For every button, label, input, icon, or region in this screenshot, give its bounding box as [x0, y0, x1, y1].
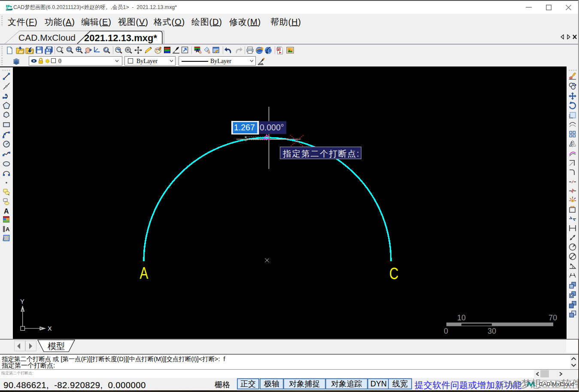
svg-text:0.000°: 0.000°: [260, 123, 284, 132]
svg-text:10: 10: [457, 314, 466, 322]
svg-text:-: -: [62, 48, 63, 52]
svg-text:模型: 模型: [48, 341, 65, 351]
svg-text:30: 30: [488, 327, 496, 335]
svg-text:C: C: [389, 264, 398, 282]
svg-text:CAD.MxCloud: CAD.MxCloud: [18, 33, 76, 42]
svg-text:1.267: 1.267: [234, 123, 255, 132]
svg-text:X: X: [48, 325, 52, 332]
svg-text:PDF: PDF: [277, 48, 283, 51]
svg-text:A: A: [139, 264, 148, 282]
svg-text:A: A: [6, 226, 10, 232]
svg-text:指定第二个打断点:: 指定第二个打断点:: [282, 149, 360, 158]
svg-text:0: 0: [444, 327, 448, 335]
svg-text:2021.12.13.mxg*: 2021.12.13.mxg*: [84, 33, 157, 43]
svg-text:70: 70: [549, 314, 557, 322]
svg-text:Y: Y: [20, 298, 24, 305]
svg-text:A: A: [4, 208, 9, 215]
